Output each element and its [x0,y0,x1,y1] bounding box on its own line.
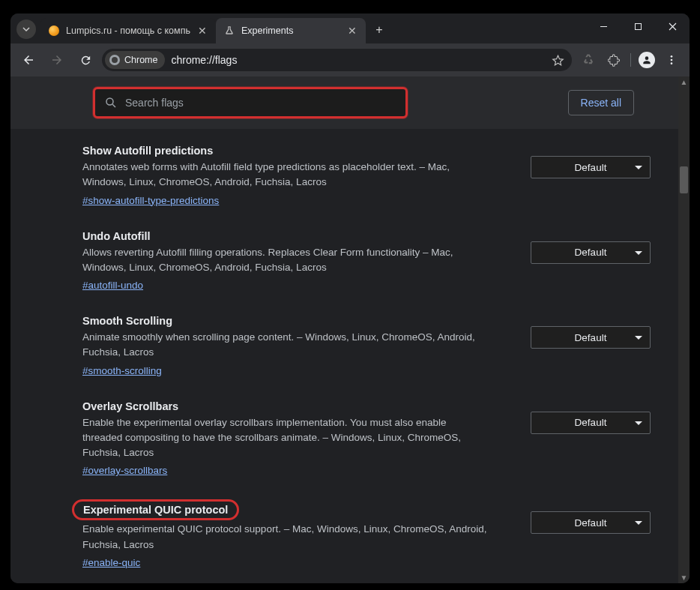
flag-select[interactable]: Default [531,412,651,434]
flag-title: Undo Autofill [82,230,150,242]
flag-hash-link[interactable]: #show-autofill-type-predictions [82,195,219,206]
flag-item: WebTransport Developer Mode When enabled… [10,583,690,583]
reset-all-label: Reset all [581,97,621,109]
chrome-chip-label: Chrome [124,55,157,65]
forward-button[interactable] [45,48,69,72]
flags-header: Reset all [10,76,690,129]
flag-description: Annotates web forms with Autofill field … [82,160,487,190]
scrollbar-track[interactable]: ▲ ▼ [678,76,690,583]
toolbar: Chrome chrome://flags [10,43,690,76]
flask-icon [223,25,235,37]
flag-item: Smooth Scrolling Animate smoothly when s… [10,305,690,391]
svg-point-2 [671,55,673,58]
window-controls [586,13,690,43]
tab-experiments[interactable]: Experiments ✕ [216,18,366,43]
scrollbar-thumb[interactable] [680,166,688,193]
reload-button[interactable] [73,48,97,72]
search-icon [104,96,118,109]
page-content: Reset all Show Autofill predictions Anno… [10,76,690,583]
flag-title: Smooth Scrolling [82,315,172,327]
separator [630,53,631,67]
flag-hash-link[interactable]: #smooth-scrolling [82,365,162,376]
flag-title: Show Autofill predictions [82,145,213,157]
close-tab-icon[interactable]: ✕ [346,25,358,37]
flag-select[interactable]: Default [531,241,651,264]
svg-point-3 [671,59,673,61]
recycle-icon[interactable] [576,48,600,72]
tab-title: Lumpics.ru - помощь с компь [66,25,190,36]
flag-title-highlighted: Experimental QUIC protocol [72,499,239,520]
svg-point-4 [671,62,673,64]
favicon-lumpics [48,25,60,37]
flag-select[interactable]: Default [531,156,651,178]
flags-list: Show Autofill predictions Annotates web … [10,129,690,583]
menu-button[interactable] [660,48,684,72]
flag-description: Allows reverting Autofill filling operat… [82,245,487,276]
flag-item-quic: Experimental QUIC protocol Enable experi… [10,490,690,583]
search-flags-input[interactable] [125,97,396,109]
tab-lumpics[interactable]: Lumpics.ru - помощь с компь ✕ [40,18,216,43]
profile-avatar[interactable] [639,52,655,68]
flag-select[interactable]: Default [531,511,651,534]
toolbar-right [576,48,684,72]
flag-item: Overlay Scrollbars Enable the experiment… [10,391,690,491]
tab-search-button[interactable] [16,19,36,39]
minimize-button[interactable] [586,13,621,39]
flag-hash-link[interactable]: #enable-quic [82,557,140,568]
url-text: chrome://flags [171,54,546,66]
close-tab-icon[interactable]: ✕ [196,25,208,37]
extensions-icon[interactable] [602,48,626,72]
chrome-icon [109,55,120,65]
flag-description: Animate smoothly when scrolling page con… [82,330,487,361]
tab-title: Experiments [241,25,340,36]
flag-description: Enable the experimental overlay scrollba… [82,415,487,461]
flag-description: Enable experimental QUIC protocol suppor… [82,522,487,553]
browser-window: Lumpics.ru - помощь с компь ✕ Experiment… [10,13,690,583]
svg-line-6 [112,104,115,107]
tab-strip: Lumpics.ru - помощь с компь ✕ Experiment… [10,13,690,43]
chrome-chip[interactable]: Chrome [105,51,165,69]
flag-item: Show Autofill predictions Annotates web … [10,135,690,220]
flag-title: Overlay Scrollbars [82,400,178,412]
address-bar[interactable]: Chrome chrome://flags [102,49,572,71]
new-tab-button[interactable]: + [369,19,390,40]
reset-all-button[interactable]: Reset all [568,90,634,115]
flag-hash-link[interactable]: #autofill-undo [82,280,143,291]
bookmark-star-icon[interactable] [552,54,564,67]
scroll-up-icon[interactable]: ▲ [678,76,690,88]
svg-rect-1 [635,23,641,29]
search-flags-box[interactable] [93,87,408,118]
flag-select[interactable]: Default [531,326,651,349]
flag-hash-link[interactable]: #overlay-scrollbars [82,465,167,476]
svg-point-5 [106,98,113,105]
close-window-button[interactable] [655,13,690,39]
flag-item: Undo Autofill Allows reverting Autofill … [10,220,690,306]
maximize-button[interactable] [621,13,655,39]
scroll-down-icon[interactable]: ▼ [678,572,690,583]
back-button[interactable] [16,48,40,72]
